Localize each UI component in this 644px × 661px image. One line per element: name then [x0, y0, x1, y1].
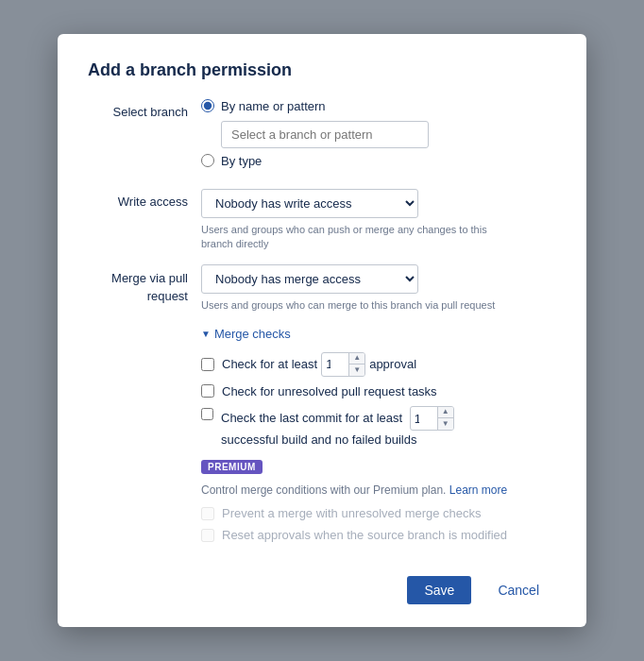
merge-access-field: Nobody has merge access Users and groups… [201, 264, 556, 313]
check-reset-approvals-row: Reset approvals when the source branch i… [201, 528, 556, 542]
cancel-button[interactable]: Cancel [481, 576, 556, 604]
premium-text: Control merge conditions with our Premiu… [201, 483, 556, 497]
select-branch-row: Select branch By name or pattern By type [88, 99, 556, 176]
approval-count-spinner: ▲ ▼ [348, 353, 364, 376]
check-unresolved-checkbox[interactable] [201, 384, 214, 398]
approval-count-input[interactable] [322, 355, 348, 373]
check-unresolved-row: Check for unresolved pull request tasks [201, 384, 556, 398]
save-button[interactable]: Save [407, 576, 471, 604]
write-access-help: Users and groups who can push or merge a… [201, 223, 503, 252]
write-access-label: Write access [88, 189, 201, 209]
learn-more-link[interactable]: Learn more [449, 483, 507, 497]
radio-by-name-input[interactable] [201, 99, 214, 112]
check-approval-label: Check for at least ▲ ▼ approval [222, 352, 416, 377]
approval-count-input-wrapper: ▲ ▼ [321, 352, 365, 377]
merge-checks-label: Merge checks [214, 327, 291, 341]
build-count-down[interactable]: ▼ [438, 418, 453, 430]
write-access-select[interactable]: Nobody has write access [201, 189, 418, 218]
check-approval-row: Check for at least ▲ ▼ approval [201, 352, 556, 377]
premium-badge: PREMIUM [201, 460, 263, 474]
merge-checks-toggle[interactable]: ▼ Merge checks [201, 327, 556, 341]
select-branch-label: Select branch [88, 99, 201, 119]
branch-options: By name or pattern By type [201, 99, 556, 176]
check-build-row: Check the last commit for at least ▲ ▼ s… [201, 406, 556, 449]
radio-by-type-label: By type [221, 154, 262, 168]
modal-footer: Save Cancel [88, 561, 556, 604]
write-access-field: Nobody has write access Users and groups… [201, 189, 556, 252]
approval-count-up[interactable]: ▲ [349, 353, 364, 364]
check-unresolved-label: Check for unresolved pull request tasks [222, 384, 437, 398]
branch-pattern-input[interactable] [221, 121, 429, 148]
build-count-input[interactable] [411, 410, 437, 428]
build-count-input-wrapper: ▲ ▼ [410, 406, 454, 431]
merge-access-row: Merge via pull request Nobody has merge … [88, 264, 556, 313]
radio-by-type-option[interactable]: By type [201, 154, 556, 168]
radio-by-name-label: By name or pattern [221, 99, 326, 113]
merge-access-label: Merge via pull request [88, 264, 201, 304]
build-count-up[interactable]: ▲ [438, 407, 453, 418]
merge-access-help: Users and groups who can merge to this b… [201, 298, 503, 313]
write-access-row: Write access Nobody has write access Use… [88, 189, 556, 252]
modal-title: Add a branch permission [88, 60, 556, 80]
build-count-spinner: ▲ ▼ [437, 407, 453, 430]
modal-dialog: Add a branch permission Select branch By… [58, 34, 586, 628]
merge-access-select[interactable]: Nobody has merge access [201, 264, 418, 294]
chevron-down-icon: ▼ [201, 329, 211, 339]
radio-by-type-input[interactable] [201, 154, 214, 167]
check-reset-approvals-checkbox [201, 529, 214, 542]
check-prevent-merge-label: Prevent a merge with unresolved merge ch… [222, 506, 482, 520]
check-reset-approvals-label: Reset approvals when the source branch i… [222, 528, 507, 542]
checks-section: Check for at least ▲ ▼ approval Check fo… [201, 352, 556, 543]
check-build-checkbox[interactable] [201, 408, 213, 420]
check-prevent-merge-checkbox [201, 507, 214, 520]
premium-badge-container: PREMIUM [201, 458, 556, 480]
check-prevent-merge-row: Prevent a merge with unresolved merge ch… [201, 506, 556, 520]
radio-by-name-option[interactable]: By name or pattern [201, 99, 556, 113]
check-approval-checkbox[interactable] [201, 358, 214, 371]
check-build-label: Check the last commit for at least ▲ ▼ s… [221, 406, 556, 449]
approval-count-down[interactable]: ▼ [349, 364, 364, 376]
